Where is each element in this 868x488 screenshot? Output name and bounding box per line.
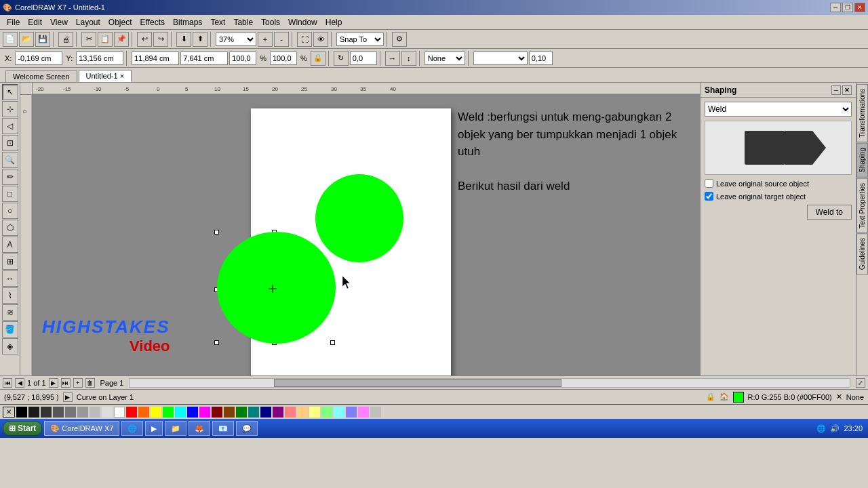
- leave-source-checkbox[interactable]: [705, 179, 713, 188]
- color-peach[interactable]: [297, 407, 308, 418]
- last-page-button[interactable]: ⏭: [61, 378, 71, 388]
- color-darkgreen[interactable]: [236, 407, 247, 418]
- menu-edit[interactable]: Edit: [24, 16, 46, 28]
- menu-layout[interactable]: Layout: [72, 16, 104, 28]
- zoom-select[interactable]: 37%: [216, 33, 256, 46]
- shaping-operation-select[interactable]: Weld Trim Intersect Simplify Front Minus…: [705, 102, 852, 117]
- zoom-in-button[interactable]: +: [258, 32, 273, 47]
- taskbar-coreldraw[interactable]: 🎨 CorelDRAW X7: [44, 421, 119, 436]
- zoom-tool-btn[interactable]: 🔍: [2, 152, 18, 168]
- weld-to-button[interactable]: Weld to: [807, 205, 852, 220]
- rotation-input[interactable]: [350, 52, 377, 65]
- color-lightblue[interactable]: [346, 407, 357, 418]
- menu-window[interactable]: Window: [284, 16, 321, 28]
- color-gray4[interactable]: [90, 407, 100, 418]
- redo-button[interactable]: ↪: [153, 32, 168, 47]
- freehand-tool[interactable]: ✏: [2, 169, 18, 185]
- color-red[interactable]: [126, 407, 137, 418]
- menu-tools[interactable]: Tools: [257, 16, 284, 28]
- fill-tool[interactable]: 🪣: [2, 321, 18, 338]
- crop-tool[interactable]: ⊡: [2, 135, 18, 151]
- height-input[interactable]: [180, 52, 228, 65]
- next-page-button[interactable]: ▶: [49, 378, 58, 388]
- color-dark2[interactable]: [41, 407, 52, 418]
- mirror-h-button[interactable]: ↔: [385, 51, 400, 66]
- taskbar-firefox[interactable]: 🦊: [189, 421, 210, 436]
- smart-fill-tool[interactable]: ◈: [2, 338, 18, 354]
- mirror-v-button[interactable]: ↕: [401, 51, 416, 66]
- color-lightgreen[interactable]: [321, 407, 332, 418]
- print-button[interactable]: 🖨: [58, 32, 73, 47]
- taskbar-explorer[interactable]: 📁: [165, 421, 186, 436]
- prev-page-button[interactable]: ◀: [15, 378, 24, 388]
- menu-text[interactable]: Text: [206, 16, 229, 28]
- freehand-pick-tool[interactable]: ⊹: [2, 101, 18, 117]
- color-teal[interactable]: [248, 407, 259, 418]
- taskbar-extra2[interactable]: 💬: [236, 421, 258, 436]
- shape-tool[interactable]: ◁: [2, 118, 18, 134]
- open-button[interactable]: 📂: [19, 32, 34, 47]
- leave-target-checkbox[interactable]: [705, 192, 713, 201]
- taskbar-media[interactable]: ▶: [145, 421, 163, 436]
- handle-br[interactable]: [330, 340, 335, 345]
- y-input[interactable]: [76, 52, 123, 65]
- first-page-button[interactable]: ⏮: [3, 378, 12, 388]
- parallel-dim-tool[interactable]: ↔: [2, 270, 18, 287]
- tab-untitled1[interactable]: Untitled-1 ×: [79, 70, 132, 82]
- no-fill-swatch[interactable]: ✕: [3, 407, 15, 418]
- color-gray3[interactable]: [77, 407, 88, 418]
- menu-view[interactable]: View: [46, 16, 72, 28]
- color-magenta[interactable]: [199, 407, 210, 418]
- color-lightcyan[interactable]: [334, 407, 344, 418]
- color-purple[interactable]: [273, 407, 283, 418]
- panel-close[interactable]: ✕: [842, 85, 852, 95]
- taskbar-extra1[interactable]: 📧: [212, 421, 234, 436]
- color-navy[interactable]: [260, 407, 271, 418]
- scale-w-input[interactable]: [229, 52, 256, 65]
- color-gray1[interactable]: [53, 407, 64, 418]
- menu-table[interactable]: Table: [229, 16, 257, 28]
- taskbar-browser[interactable]: 🌐: [121, 421, 143, 436]
- canvas-area[interactable]: -20 -15 -10 -5 0 5 10 15 20 25 30 35 40 …: [20, 83, 700, 375]
- outline-width-input[interactable]: [529, 52, 553, 65]
- undo-button[interactable]: ↩: [137, 32, 152, 47]
- menu-bitmaps[interactable]: Bitmaps: [169, 16, 206, 28]
- text-tool[interactable]: A: [2, 237, 18, 253]
- lock-ratio-button[interactable]: 🔒: [311, 51, 326, 66]
- h-scroll-thumb[interactable]: [274, 379, 562, 387]
- polygon-tool[interactable]: ⬡: [2, 220, 18, 236]
- ellipse-tool[interactable]: ○: [2, 203, 18, 219]
- new-button[interactable]: 📄: [3, 32, 18, 47]
- outline-select[interactable]: [473, 52, 528, 65]
- snap-select[interactable]: Snap To: [336, 33, 384, 46]
- table-tool[interactable]: ⊞: [2, 253, 18, 270]
- color-pink[interactable]: [358, 407, 369, 418]
- color-silver[interactable]: [370, 407, 381, 418]
- x-input[interactable]: [15, 52, 62, 65]
- restore-button[interactable]: ❐: [842, 3, 853, 12]
- close-button[interactable]: ✕: [854, 3, 865, 12]
- start-button[interactable]: ⊞ Start: [3, 421, 42, 436]
- side-tab-guidelines[interactable]: Guidelines: [856, 233, 868, 274]
- copy-button[interactable]: 📋: [98, 32, 113, 47]
- rotate-button[interactable]: ↻: [334, 51, 349, 66]
- color-green[interactable]: [163, 407, 174, 418]
- panel-minimize[interactable]: ─: [831, 85, 841, 95]
- color-brown[interactable]: [224, 407, 235, 418]
- export-button[interactable]: ⬆: [193, 32, 208, 47]
- circle-small[interactable]: [315, 174, 403, 262]
- color-gray5[interactable]: [102, 407, 113, 418]
- color-gray2[interactable]: [65, 407, 76, 418]
- handle-bl[interactable]: [214, 340, 219, 345]
- minimize-button[interactable]: ─: [830, 3, 841, 12]
- menu-object[interactable]: Object: [104, 16, 136, 28]
- scale-h-input[interactable]: [270, 52, 297, 65]
- paste-button[interactable]: 📌: [114, 32, 129, 47]
- color-yellow[interactable]: [151, 407, 161, 418]
- color-lightred[interactable]: [285, 407, 296, 418]
- full-screen-button[interactable]: ⛶: [297, 32, 312, 47]
- cut-button[interactable]: ✂: [81, 32, 96, 47]
- h-scrollbar[interactable]: [129, 378, 850, 388]
- save-button[interactable]: 💾: [35, 32, 50, 47]
- connector-tool[interactable]: ⌇: [2, 287, 18, 304]
